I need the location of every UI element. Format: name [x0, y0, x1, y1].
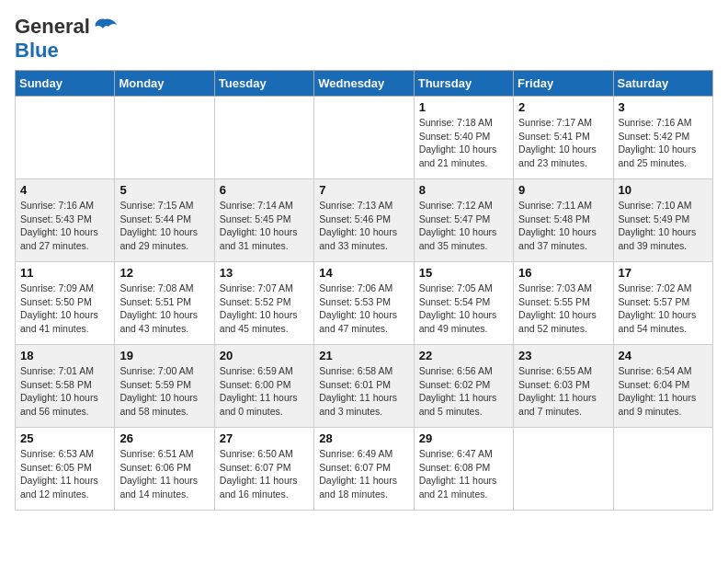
day-info: Sunrise: 7:08 AM Sunset: 5:51 PM Dayligh… — [119, 282, 209, 336]
day-info: Sunrise: 7:12 AM Sunset: 5:47 PM Dayligh… — [419, 199, 508, 253]
day-info: Sunrise: 6:50 AM Sunset: 6:07 PM Dayligh… — [220, 447, 309, 501]
day-info: Sunrise: 7:10 AM Sunset: 5:49 PM Dayligh… — [619, 199, 708, 253]
calendar-cell: 2Sunrise: 7:17 AM Sunset: 5:41 PM Daylig… — [514, 97, 613, 179]
day-info: Sunrise: 6:53 AM Sunset: 6:05 PM Dayligh… — [20, 447, 109, 501]
calendar-cell: 19Sunrise: 7:00 AM Sunset: 5:59 PM Dayli… — [115, 345, 214, 428]
day-info: Sunrise: 6:55 AM Sunset: 6:03 PM Dayligh… — [518, 364, 608, 419]
calendar-cell — [314, 97, 414, 179]
calendar-cell: 11Sunrise: 7:09 AM Sunset: 5:50 PM Dayli… — [16, 262, 115, 345]
day-info: Sunrise: 7:02 AM Sunset: 5:57 PM Dayligh… — [619, 282, 708, 336]
logo-blue: Blue — [15, 39, 59, 62]
day-info: Sunrise: 7:05 AM Sunset: 5:54 PM Dayligh… — [419, 282, 508, 336]
day-info: Sunrise: 7:13 AM Sunset: 5:46 PM Dayligh… — [319, 199, 408, 253]
day-info: Sunrise: 7:01 AM Sunset: 5:58 PM Dayligh… — [20, 364, 109, 419]
week-row-3: 11Sunrise: 7:09 AM Sunset: 5:50 PM Dayli… — [16, 262, 713, 345]
calendar-cell — [16, 97, 115, 179]
weekday-header-monday: Monday — [115, 71, 214, 97]
calendar-cell: 17Sunrise: 7:02 AM Sunset: 5:57 PM Dayli… — [613, 262, 712, 345]
calendar-cell: 15Sunrise: 7:05 AM Sunset: 5:54 PM Dayli… — [414, 262, 513, 345]
logo-general: General — [15, 15, 90, 39]
day-number: 17 — [619, 266, 708, 280]
day-info: Sunrise: 7:18 AM Sunset: 5:40 PM Dayligh… — [419, 116, 508, 170]
day-info: Sunrise: 7:07 AM Sunset: 5:52 PM Dayligh… — [220, 282, 309, 336]
calendar-cell: 10Sunrise: 7:10 AM Sunset: 5:49 PM Dayli… — [613, 179, 712, 262]
logo-bird-icon — [92, 17, 118, 36]
week-row-2: 4Sunrise: 7:16 AM Sunset: 5:43 PM Daylig… — [16, 179, 713, 262]
weekday-header-row: SundayMondayTuesdayWednesdayThursdayFrid… — [16, 71, 713, 97]
day-number: 24 — [619, 349, 708, 362]
day-info: Sunrise: 7:00 AM Sunset: 5:59 PM Dayligh… — [119, 364, 209, 419]
day-number: 15 — [419, 266, 508, 280]
calendar-cell: 20Sunrise: 6:59 AM Sunset: 6:00 PM Dayli… — [214, 345, 313, 428]
day-number: 10 — [619, 183, 708, 197]
calendar-cell: 29Sunrise: 6:47 AM Sunset: 6:08 PM Dayli… — [414, 428, 513, 511]
day-number: 7 — [319, 183, 408, 197]
calendar-table: SundayMondayTuesdayWednesdayThursdayFrid… — [15, 70, 713, 511]
calendar-cell: 13Sunrise: 7:07 AM Sunset: 5:52 PM Dayli… — [214, 262, 313, 345]
day-info: Sunrise: 7:16 AM Sunset: 5:43 PM Dayligh… — [20, 199, 109, 253]
calendar-cell: 26Sunrise: 6:51 AM Sunset: 6:06 PM Dayli… — [115, 428, 214, 511]
day-number: 9 — [518, 183, 608, 197]
calendar-cell: 1Sunrise: 7:18 AM Sunset: 5:40 PM Daylig… — [414, 97, 513, 179]
calendar-cell: 5Sunrise: 7:15 AM Sunset: 5:44 PM Daylig… — [115, 179, 214, 262]
day-info: Sunrise: 6:58 AM Sunset: 6:01 PM Dayligh… — [319, 364, 408, 419]
day-number: 23 — [518, 349, 608, 362]
day-info: Sunrise: 7:09 AM Sunset: 5:50 PM Dayligh… — [20, 282, 109, 336]
calendar-cell: 22Sunrise: 6:56 AM Sunset: 6:02 PM Dayli… — [414, 345, 513, 428]
calendar-cell — [514, 428, 613, 511]
calendar-cell — [214, 97, 313, 179]
week-row-4: 18Sunrise: 7:01 AM Sunset: 5:58 PM Dayli… — [16, 345, 713, 428]
day-info: Sunrise: 7:11 AM Sunset: 5:48 PM Dayligh… — [518, 199, 608, 253]
calendar-cell: 4Sunrise: 7:16 AM Sunset: 5:43 PM Daylig… — [16, 179, 115, 262]
calendar-cell: 6Sunrise: 7:14 AM Sunset: 5:45 PM Daylig… — [214, 179, 313, 262]
calendar-cell: 25Sunrise: 6:53 AM Sunset: 6:05 PM Dayli… — [16, 428, 115, 511]
day-number: 6 — [220, 183, 309, 197]
calendar-cell: 3Sunrise: 7:16 AM Sunset: 5:42 PM Daylig… — [613, 97, 712, 179]
day-number: 14 — [319, 266, 408, 280]
day-info: Sunrise: 6:59 AM Sunset: 6:00 PM Dayligh… — [220, 364, 309, 419]
day-number: 4 — [20, 183, 109, 197]
calendar-cell: 9Sunrise: 7:11 AM Sunset: 5:48 PM Daylig… — [514, 179, 613, 262]
day-number: 1 — [419, 100, 508, 114]
day-number: 28 — [319, 431, 408, 445]
day-number: 12 — [119, 266, 209, 280]
day-info: Sunrise: 7:17 AM Sunset: 5:41 PM Dayligh… — [518, 116, 608, 170]
logo: General Blue — [15, 15, 118, 63]
weekday-header-sunday: Sunday — [16, 71, 115, 97]
calendar-cell — [613, 428, 712, 511]
day-number: 21 — [319, 349, 408, 362]
day-number: 26 — [119, 431, 209, 445]
calendar-cell: 18Sunrise: 7:01 AM Sunset: 5:58 PM Dayli… — [16, 345, 115, 428]
day-number: 20 — [220, 349, 309, 362]
calendar-cell: 24Sunrise: 6:54 AM Sunset: 6:04 PM Dayli… — [613, 345, 712, 428]
day-info: Sunrise: 7:15 AM Sunset: 5:44 PM Dayligh… — [119, 199, 209, 253]
day-info: Sunrise: 6:51 AM Sunset: 6:06 PM Dayligh… — [119, 447, 209, 501]
calendar-cell: 12Sunrise: 7:08 AM Sunset: 5:51 PM Dayli… — [115, 262, 214, 345]
day-number: 27 — [220, 431, 309, 445]
day-number: 25 — [20, 431, 109, 445]
calendar-cell — [115, 97, 214, 179]
day-info: Sunrise: 7:14 AM Sunset: 5:45 PM Dayligh… — [220, 199, 309, 253]
day-info: Sunrise: 6:47 AM Sunset: 6:08 PM Dayligh… — [419, 447, 508, 501]
day-info: Sunrise: 7:06 AM Sunset: 5:53 PM Dayligh… — [319, 282, 408, 336]
day-number: 22 — [419, 349, 508, 362]
calendar-cell: 23Sunrise: 6:55 AM Sunset: 6:03 PM Dayli… — [514, 345, 613, 428]
day-info: Sunrise: 6:54 AM Sunset: 6:04 PM Dayligh… — [619, 364, 708, 419]
day-number: 8 — [419, 183, 508, 197]
day-number: 16 — [518, 266, 608, 280]
calendar-cell: 27Sunrise: 6:50 AM Sunset: 6:07 PM Dayli… — [214, 428, 313, 511]
calendar-cell: 21Sunrise: 6:58 AM Sunset: 6:01 PM Dayli… — [314, 345, 414, 428]
day-number: 19 — [119, 349, 209, 362]
calendar-cell: 8Sunrise: 7:12 AM Sunset: 5:47 PM Daylig… — [414, 179, 513, 262]
page-header: General Blue — [15, 15, 713, 63]
day-info: Sunrise: 7:03 AM Sunset: 5:55 PM Dayligh… — [518, 282, 608, 336]
day-number: 11 — [20, 266, 109, 280]
calendar-cell: 14Sunrise: 7:06 AM Sunset: 5:53 PM Dayli… — [314, 262, 414, 345]
weekday-header-saturday: Saturday — [613, 71, 712, 97]
calendar-cell: 28Sunrise: 6:49 AM Sunset: 6:07 PM Dayli… — [314, 428, 414, 511]
day-number: 5 — [119, 183, 209, 197]
day-number: 3 — [619, 100, 708, 114]
day-info: Sunrise: 7:16 AM Sunset: 5:42 PM Dayligh… — [619, 116, 708, 170]
day-number: 2 — [518, 100, 608, 114]
weekday-header-friday: Friday — [514, 71, 613, 97]
